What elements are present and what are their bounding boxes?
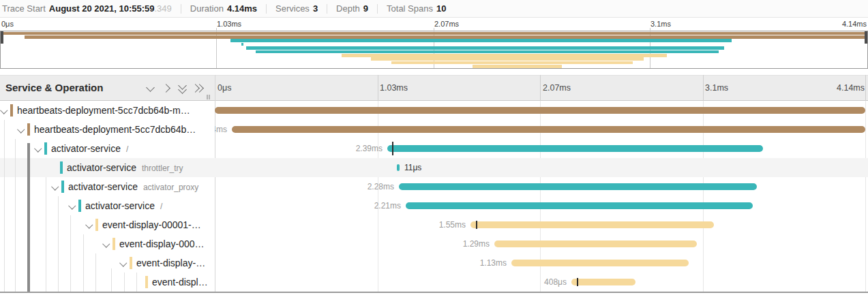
- span-duration-label: 1.55ms: [439, 215, 466, 234]
- minimap-span-bar: [230, 39, 732, 42]
- minimap-scrubber-handle-left[interactable]: [1, 31, 3, 44]
- summary-separator: [181, 4, 181, 14]
- ruler-tick-label: 2.07ms: [434, 20, 459, 28]
- timeline-header-tick-label: 2.07ms: [543, 76, 571, 100]
- span-duration-bar[interactable]: [494, 240, 697, 247]
- timeline-header-tick-label: 4.14ms: [837, 76, 865, 100]
- span-duration-label: 1.29ms: [463, 234, 490, 253]
- summary-item-value: 3: [313, 3, 318, 14]
- summary-item: Total Spans10: [387, 3, 446, 14]
- minimap-scrubber-handle-right[interactable]: [865, 31, 867, 44]
- span-name-cell: heartbeats-deployment-5cc7dcb64b-m…: [0, 101, 215, 120]
- span-name-cell: event-displ…: [0, 273, 215, 292]
- service-name-label: event-displ…: [152, 277, 208, 288]
- row-expand-chevron-icon[interactable]: [51, 183, 59, 190]
- table-row[interactable]: event-display-…1.13ms: [0, 253, 868, 273]
- service-name-label: event-display-00001-…: [102, 219, 201, 230]
- span-duration-bar[interactable]: [406, 202, 753, 209]
- tree-guide-line: [70, 215, 71, 292]
- service-name-label: heartbeats-deployment-5cc7dcb64b…: [34, 124, 196, 135]
- tree-guide-line: [15, 139, 16, 292]
- span-name-cell: event-display-00001-…: [0, 215, 215, 234]
- span-duration-bar[interactable]: [387, 145, 763, 152]
- span-duration-label: 1.13ms: [480, 253, 507, 273]
- row-expand-chevron-icon[interactable]: [0, 106, 8, 114]
- row-expand-chevron-icon[interactable]: [68, 202, 76, 209]
- table-bottom-edge: [0, 292, 868, 293]
- span-name: event-display-…: [136, 253, 205, 273]
- trace-summary-bar: Trace StartAugust 20 2021, 10:55:59.349D…: [0, 0, 868, 18]
- span-name-cell: heartbeats-deployment-5cc7dcb64b…: [0, 120, 215, 139]
- table-row[interactable]: event-display-00001-…1.55ms: [0, 215, 868, 234]
- service-name-label: event-display-…: [136, 258, 205, 268]
- table-row[interactable]: heartbeats-deployment-5cc7dcb64b…4.04ms: [0, 120, 868, 139]
- summary-item: Trace StartAugust 20 2021, 10:55:59.349: [2, 3, 172, 14]
- service-color-block: [145, 276, 148, 288]
- span-name: heartbeats-deployment-5cc7dcb64b…: [34, 120, 196, 139]
- double-chevron-right-icon[interactable]: [192, 82, 205, 95]
- summary-separator: [377, 4, 378, 14]
- summary-item: Duration4.14ms: [190, 3, 257, 14]
- service-color-block: [27, 123, 30, 136]
- minimap-span-bar: [473, 65, 562, 68]
- service-color-block: [78, 200, 81, 212]
- table-row[interactable]: activator-service/2.21ms: [0, 196, 868, 215]
- service-name-label: activator-service: [67, 162, 136, 173]
- tree-guide-line: [95, 253, 96, 292]
- table-row[interactable]: event-displ…408μs: [0, 273, 868, 292]
- table-row[interactable]: activator-serviceactivator_proxy2.28ms: [0, 177, 868, 196]
- span-name: heartbeats-deployment-5cc7dcb64b-m…: [17, 101, 190, 120]
- service-color-block: [113, 238, 115, 250]
- table-row[interactable]: activator-servicethrottler_try11μs: [0, 158, 868, 177]
- row-expand-chevron-icon[interactable]: [17, 125, 25, 133]
- chevron-glyph: [162, 84, 170, 93]
- span-timeline-cell: 2.21ms: [215, 196, 868, 215]
- span-duration-bar[interactable]: [470, 221, 714, 228]
- service-name-label: heartbeats-deployment-5cc7dcb64b-m…: [17, 105, 190, 116]
- span-duration-bar[interactable]: [571, 279, 635, 285]
- service-color-block: [10, 104, 13, 117]
- table-row[interactable]: event-display-000…1.29ms: [0, 234, 868, 253]
- summary-separator: [327, 4, 327, 14]
- span-name: activator-service/: [85, 196, 162, 215]
- span-name-cell: activator-servicethrottler_try: [0, 158, 215, 177]
- span-duration-bar[interactable]: [397, 164, 400, 171]
- span-duration-bar[interactable]: [215, 107, 865, 114]
- span-name: activator-servicethrottler_try: [67, 158, 183, 177]
- chevron-right-icon[interactable]: [161, 82, 173, 95]
- row-expand-chevron-icon[interactable]: [119, 259, 127, 266]
- span-timeline-cell: 2.39ms: [215, 139, 868, 158]
- span-duration-label: 408μs: [544, 273, 567, 292]
- timeline-gridline: [378, 75, 378, 101]
- row-expand-chevron-icon[interactable]: [34, 144, 42, 152]
- chevron-down-icon[interactable]: [145, 82, 157, 95]
- ruler-tick-label: 3.1ms: [650, 20, 671, 28]
- column-resizer-grip[interactable]: [209, 95, 210, 99]
- span-log-marker: [476, 221, 477, 229]
- span-name: activator-service/: [51, 139, 128, 158]
- span-timeline-cell: 1.29ms: [215, 234, 868, 253]
- timeline-gridline: [865, 75, 866, 101]
- table-row[interactable]: activator-service/2.39ms: [0, 139, 868, 158]
- operation-name-label: activator_proxy: [143, 183, 198, 192]
- timeline-minimap[interactable]: [0, 31, 868, 69]
- span-duration-bar[interactable]: [399, 183, 757, 190]
- service-color-block: [61, 181, 64, 193]
- span-duration-label: 2.21ms: [374, 196, 401, 215]
- span-log-marker: [392, 142, 393, 155]
- minimap-span-bar: [25, 35, 867, 39]
- span-duration-label: 11μs: [404, 158, 421, 177]
- ruler-tick-label: 0μs: [1, 20, 14, 28]
- span-duration-label: 4.04ms: [215, 120, 227, 139]
- tree-guide-line: [136, 273, 137, 292]
- table-row[interactable]: heartbeats-deployment-5cc7dcb64b-m…4.14m…: [0, 101, 868, 120]
- service-color-block: [130, 257, 132, 269]
- span-duration-bar[interactable]: [232, 126, 865, 133]
- span-duration-label: 2.28ms: [368, 177, 394, 196]
- double-chevron-down-icon[interactable]: [177, 82, 189, 95]
- span-duration-bar[interactable]: [511, 260, 689, 266]
- row-expand-chevron-icon[interactable]: [85, 221, 93, 228]
- column-resizer-grip[interactable]: [207, 95, 208, 99]
- tree-guide-line: [111, 268, 112, 292]
- row-expand-chevron-icon[interactable]: [102, 240, 110, 247]
